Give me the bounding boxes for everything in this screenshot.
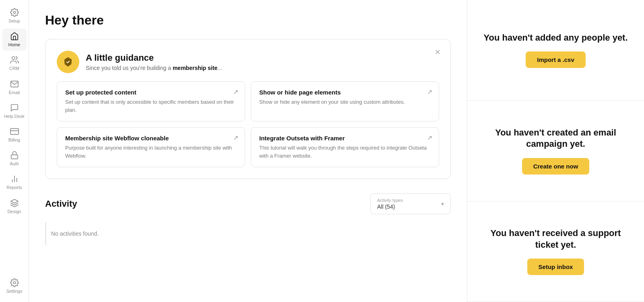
external-link-icon: ↗ bbox=[233, 88, 238, 96]
close-guidance-button[interactable]: ✕ bbox=[432, 47, 443, 58]
sidebar-item-home[interactable]: Home bbox=[2, 29, 27, 51]
external-link-icon: ↗ bbox=[427, 88, 432, 96]
guidance-title: A little guidance bbox=[86, 53, 222, 63]
sidebar-item-design-label: Design bbox=[7, 209, 21, 214]
external-link-icon: ↗ bbox=[427, 134, 432, 142]
svg-point-0 bbox=[13, 11, 16, 14]
tile-title: Set up protected content bbox=[65, 89, 237, 96]
activity-filter-dropdown[interactable]: Activity types All (54) ▾ bbox=[370, 193, 451, 214]
filter-content: Activity types All (54) bbox=[377, 198, 403, 210]
right-section-support-title: You haven't received a support ticket ye… bbox=[480, 228, 631, 251]
activity-empty-message: No activities found. bbox=[45, 222, 451, 245]
right-section-people: You haven't added any people yet. Import… bbox=[467, 0, 644, 101]
guidance-header: A little guidance Since you told us you'… bbox=[57, 51, 439, 73]
right-section-people-title: You haven't added any people yet. bbox=[483, 32, 627, 44]
sidebar-item-auth-label: Auth bbox=[10, 161, 19, 166]
sidebar-item-helpdesk[interactable]: Help Desk bbox=[2, 100, 27, 122]
chevron-down-icon: ▾ bbox=[441, 201, 444, 207]
tile-title: Membership site Webflow cloneable bbox=[65, 135, 237, 142]
activity-section: Activity Activity types All (54) ▾ No ac… bbox=[45, 193, 451, 245]
svg-rect-4 bbox=[11, 155, 18, 159]
sidebar-item-design[interactable]: Design bbox=[2, 195, 27, 218]
right-panel: You haven't added any people yet. Import… bbox=[467, 0, 644, 302]
external-link-icon: ↗ bbox=[233, 134, 238, 142]
sidebar-item-settings-label: Settings bbox=[6, 289, 23, 294]
guidance-text: A little guidance Since you told us you'… bbox=[86, 53, 222, 71]
main-content: Hey there ✕ A little guidance Since you … bbox=[29, 0, 467, 302]
tile-desc: Set up content that is only accessible t… bbox=[65, 98, 237, 114]
page-title: Hey there bbox=[45, 13, 451, 28]
svg-marker-8 bbox=[10, 199, 18, 203]
right-section-email: You haven't created an email campaign ye… bbox=[467, 101, 644, 201]
guidance-icon bbox=[57, 51, 79, 73]
create-campaign-button[interactable]: Create one now bbox=[522, 158, 590, 175]
right-section-support: You haven't received a support ticket ye… bbox=[467, 201, 644, 302]
svg-point-1 bbox=[12, 57, 14, 60]
svg-point-9 bbox=[13, 281, 16, 284]
sidebar-item-settings[interactable]: Settings bbox=[2, 275, 27, 297]
guidance-subtitle: Since you told us you're building a memb… bbox=[86, 65, 222, 71]
sidebar-item-auth[interactable]: Auth bbox=[2, 148, 27, 170]
guidance-tile-webflow[interactable]: Membership site Webflow cloneable Purpos… bbox=[57, 127, 245, 167]
tile-desc: Show or hide any element on your site us… bbox=[259, 98, 431, 106]
svg-rect-2 bbox=[10, 129, 18, 135]
tile-title: Integrate Outseta with Framer bbox=[259, 135, 431, 142]
activity-title: Activity bbox=[45, 199, 77, 209]
sidebar-item-billing-label: Billing bbox=[8, 138, 20, 143]
sidebar-item-setup-label: Setup bbox=[8, 18, 20, 24]
sidebar-item-helpdesk-label: Help Desk bbox=[4, 114, 25, 119]
activity-header: Activity Activity types All (54) ▾ bbox=[45, 193, 451, 214]
tile-desc: Purpose built for anyone interesting in … bbox=[65, 144, 237, 160]
tile-desc: This tutorial will walk you through the … bbox=[259, 144, 431, 160]
sidebar-item-crm-label: CRM bbox=[9, 66, 19, 71]
sidebar: Setup Home CRM Email Help Desk Billing bbox=[0, 0, 29, 302]
sidebar-item-setup[interactable]: Setup bbox=[2, 5, 27, 27]
setup-inbox-button[interactable]: Setup inbox bbox=[527, 259, 584, 275]
guidance-tile-framer[interactable]: Integrate Outseta with Framer This tutor… bbox=[251, 127, 439, 167]
guidance-tile-show-hide[interactable]: Show or hide page elements Show or hide … bbox=[251, 81, 439, 121]
guidance-tiles: Set up protected content Set up content … bbox=[57, 81, 439, 167]
sidebar-item-reports-label: Reports bbox=[6, 185, 22, 190]
sidebar-item-home-label: Home bbox=[8, 42, 20, 47]
guidance-tile-protected-content[interactable]: Set up protected content Set up content … bbox=[57, 81, 245, 121]
sidebar-item-crm[interactable]: CRM bbox=[2, 52, 27, 74]
sidebar-item-billing[interactable]: Billing bbox=[2, 124, 27, 146]
right-section-email-title: You haven't created an email campaign ye… bbox=[480, 127, 631, 150]
sidebar-item-email[interactable]: Email bbox=[2, 76, 27, 99]
import-csv-button[interactable]: Import a .csv bbox=[526, 51, 586, 68]
sidebar-item-reports[interactable]: Reports bbox=[2, 171, 27, 193]
tile-title: Show or hide page elements bbox=[259, 89, 431, 96]
guidance-card: ✕ A little guidance Since you told us yo… bbox=[45, 39, 451, 179]
sidebar-item-email-label: Email bbox=[9, 90, 20, 95]
